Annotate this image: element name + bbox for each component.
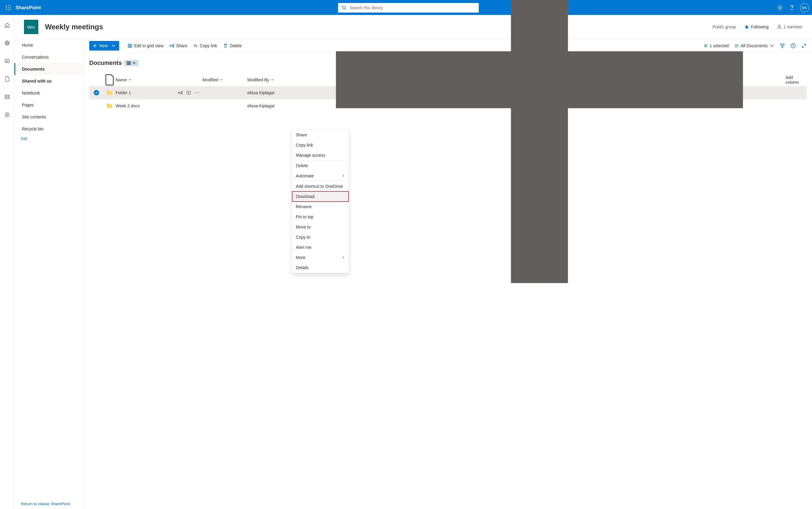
nav-home[interactable]: Home (14, 39, 84, 51)
share-icon (169, 43, 174, 48)
svg-rect-28 (128, 44, 132, 47)
nav-recycle-bin[interactable]: Recycle bin (14, 123, 84, 135)
app-launcher-button[interactable] (4, 4, 12, 12)
header-modified-by[interactable]: Modified By (247, 77, 295, 82)
site-logo[interactable]: Wm (24, 20, 38, 34)
ctx-more[interactable]: More (292, 252, 348, 263)
edit-grid-button[interactable]: Edit in grid view (125, 43, 166, 48)
nav-pages[interactable]: Pages (14, 99, 84, 111)
svg-point-7 (8, 9, 9, 10)
ctx-copy-link[interactable]: Copy link (292, 140, 348, 150)
delete-label: Delete (230, 43, 242, 48)
chevron-right-icon (342, 174, 345, 177)
row-name[interactable]: Week 2 docs (116, 103, 202, 108)
globe-icon (4, 40, 10, 46)
svg-point-8 (10, 9, 11, 10)
rail-lists-button[interactable] (2, 92, 12, 102)
svg-point-2 (10, 5, 11, 6)
ctx-details[interactable]: Details (292, 263, 348, 273)
ctx-download[interactable]: Download (292, 192, 348, 202)
copy-link-button[interactable]: Copy link (190, 43, 220, 48)
svg-rect-45 (128, 62, 129, 65)
svg-rect-44 (127, 62, 128, 65)
chevron-right-icon (342, 256, 345, 259)
folder-icon (106, 103, 113, 108)
header-modified[interactable]: Modified (202, 77, 247, 82)
svg-rect-19 (5, 95, 9, 99)
ctx-move-to[interactable]: Move to (292, 222, 348, 232)
grid-icon (128, 43, 132, 48)
nav-conversations[interactable]: Conversations (14, 51, 84, 63)
header-name[interactable]: Name (116, 77, 202, 82)
add-column-label: Add column (785, 75, 807, 84)
ctx-more-label: More (296, 255, 305, 260)
row-modified-by: elissa Kiplagat (247, 90, 295, 95)
ctx-copy-to[interactable]: Copy to (292, 232, 348, 242)
ctx-delete[interactable]: Delete (292, 161, 348, 171)
ellipsis-icon (195, 90, 199, 95)
library-title: Documents (89, 60, 122, 66)
header-name-label: Name (116, 77, 127, 82)
rail-create-button[interactable] (2, 110, 12, 120)
nav-site-contents[interactable]: Site contents (14, 111, 84, 123)
ctx-manage-access[interactable]: Manage access (292, 150, 348, 160)
row-name[interactable]: Folder 1 (116, 90, 176, 95)
library-view-switcher[interactable] (124, 60, 138, 66)
edit-grid-label: Edit in grid view (134, 43, 163, 48)
context-menu: Share Copy link Manage access Delete Aut… (292, 130, 349, 273)
delete-button[interactable]: Delete (220, 43, 245, 48)
svg-point-51 (197, 93, 197, 93)
nav-notebook[interactable]: Notebook (14, 87, 84, 99)
svg-point-0 (6, 5, 7, 6)
folder-icon (106, 90, 113, 95)
main-content: New Edit in grid view Share (84, 39, 812, 509)
rail-files-button[interactable] (2, 74, 12, 84)
file-icon (103, 74, 116, 86)
check-icon (95, 91, 98, 94)
row-checkbox-checked[interactable] (94, 90, 99, 95)
ctx-alert-me[interactable]: Alert me (292, 242, 348, 252)
new-button[interactable]: New (89, 41, 119, 50)
product-name[interactable]: SharePoint (15, 5, 41, 10)
row-share-button[interactable] (178, 90, 183, 95)
new-label: New (99, 43, 108, 48)
table-header: Name Modified Modified By (89, 74, 807, 86)
nav-shared-with-us[interactable]: Shared with us (14, 75, 84, 87)
ctx-pin-to-top[interactable]: Pin to top (292, 212, 348, 222)
ctx-rename[interactable]: Rename (292, 202, 348, 212)
chevron-down-icon (132, 61, 136, 65)
app-rail (0, 15, 14, 509)
header-modified-by-label: Modified By (247, 77, 269, 82)
row-actions-button[interactable] (186, 90, 191, 95)
rail-news-button[interactable] (2, 56, 12, 66)
header-type-icon[interactable] (103, 74, 116, 86)
site-title[interactable]: Weekly meetings (45, 23, 103, 31)
ctx-add-shortcut[interactable]: Add shortcut to OneDrive (292, 181, 348, 192)
chevron-down-icon (271, 78, 274, 81)
rail-global-button[interactable] (2, 38, 12, 48)
svg-rect-16 (5, 60, 9, 63)
rail-home-button[interactable] (2, 20, 12, 30)
return-classic-link[interactable]: Return to classic SharePoint (14, 499, 84, 509)
ctx-automate[interactable]: Automate (292, 171, 348, 181)
svg-point-6 (6, 9, 7, 10)
header-add-column[interactable]: Add column (295, 0, 807, 324)
nav-documents[interactable]: Documents (14, 63, 84, 75)
link-icon (193, 43, 198, 48)
ctx-automate-label: Automate (296, 173, 314, 178)
share-icon (178, 90, 183, 95)
nav-edit-link[interactable]: Edit (14, 135, 84, 143)
chevron-down-icon (220, 78, 223, 81)
ctx-share[interactable]: Share (292, 130, 348, 140)
share-button[interactable]: Share (166, 43, 190, 48)
home-icon (4, 22, 10, 28)
svg-point-4 (8, 7, 9, 8)
plus-icon (93, 44, 97, 48)
svg-rect-46 (130, 62, 130, 65)
svg-point-52 (198, 93, 199, 93)
file-icon (4, 76, 10, 82)
row-ellipsis-button[interactable] (195, 90, 199, 95)
plus-circle-icon (4, 112, 10, 118)
plus-icon (295, 0, 784, 324)
columns-icon (127, 61, 131, 65)
